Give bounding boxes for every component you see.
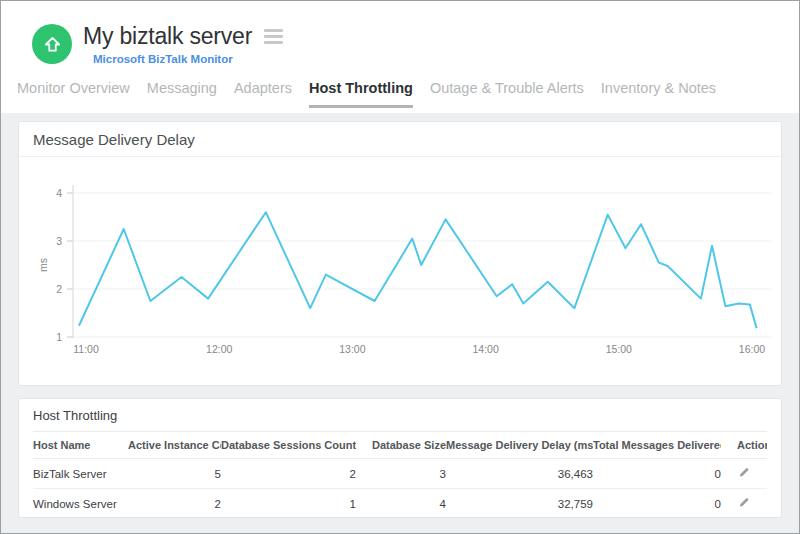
svg-text:15:00: 15:00: [606, 343, 632, 355]
svg-text:12:00: 12:00: [206, 343, 232, 355]
pencil-icon: [737, 466, 750, 479]
edit-button[interactable]: [737, 496, 750, 509]
svg-text:13:00: 13:00: [339, 343, 365, 355]
cell-message-delivery-delay: 32,759: [446, 489, 593, 519]
cell-total-messages-delivered: 0: [593, 459, 721, 489]
cell-database-size: 3: [356, 459, 446, 489]
title-block: My biztalk server Microsoft BizTalk Moni…: [83, 23, 285, 67]
col-message-delivery-delay: Message Delivery Delay (ms): [446, 432, 593, 459]
svg-text:16:00: 16:00: [739, 343, 765, 355]
page-title: My biztalk server: [83, 23, 252, 49]
tab-messaging[interactable]: Messaging: [147, 80, 217, 108]
top-bar: My biztalk server Microsoft BizTalk Moni…: [1, 1, 799, 80]
cell-database-size: 4: [356, 489, 446, 519]
host-throttling-card: Host Throttling Host Name Active Instanc…: [18, 398, 782, 518]
cell-total-messages-delivered: 0: [593, 489, 721, 519]
svg-text:4: 4: [56, 187, 62, 199]
svg-text:ms: ms: [37, 258, 49, 272]
col-active-instance-count: Active Instance Count: [128, 432, 221, 459]
tab-host-throttling[interactable]: Host Throttling: [309, 80, 413, 108]
host-throttling-table: Host Name Active Instance Count Database…: [33, 431, 767, 518]
tab-outage-trouble-alerts[interactable]: Outage & Trouble Alerts: [430, 80, 584, 108]
cell-active-instance-count: 2: [128, 489, 221, 519]
line-chart-svg: 1234ms11:0012:0013:0014:0015:0016:00: [19, 157, 781, 385]
edit-button[interactable]: [737, 466, 750, 479]
tab-inventory-notes[interactable]: Inventory & Notes: [601, 80, 716, 108]
col-total-messages-delivered: Total Messages Delivered: [593, 432, 721, 459]
table-row: Windows Server 2 1 4 32,759 0: [33, 489, 767, 519]
chart-title: Message Delivery Delay: [19, 122, 781, 157]
tab-adapters[interactable]: Adapters: [234, 80, 292, 108]
cell-message-delivery-delay: 36,463: [446, 459, 593, 489]
cell-active-instance-count: 5: [128, 459, 221, 489]
cell-database-sessions-count: 2: [221, 459, 356, 489]
message-delivery-delay-chart: 1234ms11:0012:0013:0014:0015:0016:00: [19, 157, 781, 385]
message-delivery-delay-card: Message Delivery Delay 1234ms11:0012:001…: [18, 121, 782, 386]
hamburger-menu-icon[interactable]: [262, 27, 285, 46]
cell-host-name: BizTalk Server: [33, 459, 128, 489]
col-database-size: Database Size: [356, 432, 446, 459]
svg-text:1: 1: [56, 331, 62, 343]
monitor-type-link[interactable]: Microsoft BizTalk Monitor: [93, 53, 233, 65]
content-area: Message Delivery Delay 1234ms11:0012:001…: [1, 113, 799, 533]
server-status-indicator: [32, 24, 72, 64]
tab-monitor-overview[interactable]: Monitor Overview: [17, 80, 130, 108]
col-host-name: Host Name: [33, 432, 128, 459]
col-action: Action: [721, 432, 767, 459]
cell-database-sessions-count: 1: [221, 489, 356, 519]
biztalk-monitor-window: My biztalk server Microsoft BizTalk Moni…: [0, 0, 800, 534]
col-database-sessions-count: Database Sessions Count: [221, 432, 356, 459]
svg-text:11:00: 11:00: [73, 343, 99, 355]
up-arrow-icon: [43, 35, 62, 54]
cell-host-name: Windows Server: [33, 489, 128, 519]
svg-text:2: 2: [56, 283, 62, 295]
pencil-icon: [737, 496, 750, 509]
svg-text:3: 3: [56, 235, 62, 247]
tab-bar: Monitor Overview Messaging Adapters Host…: [1, 80, 799, 108]
table-header-row: Host Name Active Instance Count Database…: [33, 432, 767, 459]
table-row: BizTalk Server 5 2 3 36,463 0: [33, 459, 767, 489]
svg-text:14:00: 14:00: [472, 343, 498, 355]
table-title: Host Throttling: [33, 399, 767, 431]
